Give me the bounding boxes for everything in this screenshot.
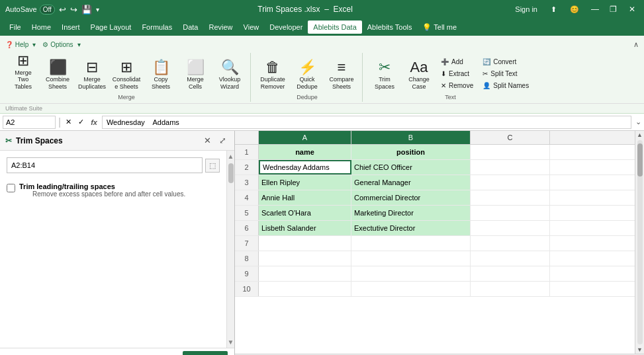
fx-icon[interactable]: fx bbox=[89, 118, 99, 127]
cell-a10[interactable] bbox=[259, 282, 351, 296]
redo-icon[interactable]: ↪ bbox=[70, 5, 77, 15]
cell-a5[interactable]: Scarlett O'Hara bbox=[259, 206, 351, 220]
ribbon-dropdown-help[interactable]: ▾ bbox=[32, 41, 36, 48]
menu-file[interactable]: File bbox=[4, 20, 26, 34]
cell-b5[interactable]: Marketing Director bbox=[351, 206, 471, 220]
vlookup-wizard-btn[interactable]: 🔍 Vlookup Wizard bbox=[213, 54, 246, 93]
ribbon-help[interactable]: ❓ Help bbox=[5, 41, 28, 48]
split-names-btn[interactable]: 👤 Split Names bbox=[479, 80, 533, 91]
cell-b3[interactable]: General Manager bbox=[351, 175, 471, 190]
trim-button[interactable]: Trim bbox=[183, 351, 228, 355]
minimize-btn[interactable]: — bbox=[588, 3, 602, 16]
ribbon-collapse[interactable]: ∧ bbox=[633, 40, 639, 49]
v-scroll-up[interactable]: ▲ bbox=[637, 131, 643, 139]
remove-btn[interactable]: ✕ Remove bbox=[437, 80, 477, 91]
share-icon[interactable]: ⬆ bbox=[547, 4, 561, 15]
trim-leading-trailing-checkbox[interactable] bbox=[7, 184, 15, 192]
cell-a7[interactable] bbox=[259, 236, 351, 251]
range-pick-button[interactable]: ⬚ bbox=[205, 159, 220, 173]
scroll-thumb[interactable] bbox=[228, 163, 234, 183]
cell-c6[interactable] bbox=[471, 221, 550, 235]
cell-a8[interactable] bbox=[259, 251, 351, 266]
merge-cells-label: Merge Cells bbox=[181, 76, 210, 91]
autosave-toggle[interactable]: Off bbox=[40, 5, 55, 15]
menu-review[interactable]: Review bbox=[203, 20, 238, 34]
cell-a9[interactable] bbox=[259, 266, 351, 281]
undo-icon[interactable]: ↩ bbox=[59, 5, 66, 15]
cell-b2[interactable]: Chief CEO Officer bbox=[351, 160, 471, 175]
side-panel-expand-btn[interactable]: ⤢ bbox=[216, 135, 229, 146]
formula-expand-btn[interactable]: ⌄ bbox=[635, 118, 641, 126]
menu-data[interactable]: Data bbox=[177, 20, 203, 34]
cancel-icon[interactable]: ✕ bbox=[64, 117, 73, 127]
cell-b9[interactable] bbox=[351, 266, 471, 281]
menu-view[interactable]: View bbox=[238, 20, 265, 34]
maximize-btn[interactable]: ❐ bbox=[607, 3, 620, 16]
v-scroll-track[interactable] bbox=[637, 140, 643, 344]
menu-developer[interactable]: Developer bbox=[264, 20, 308, 34]
scroll-down-arrow[interactable]: ▼ bbox=[226, 336, 234, 348]
cell-a1[interactable]: name bbox=[259, 145, 351, 159]
cell-c5[interactable] bbox=[471, 206, 550, 220]
merge-duplicates-btn[interactable]: ⊟ Merge Duplicates bbox=[75, 54, 109, 93]
cell-a4[interactable]: Annie Hall bbox=[259, 190, 351, 205]
save-icon[interactable]: 💾 bbox=[81, 5, 92, 15]
cell-a3[interactable]: Ellen Ripley bbox=[259, 175, 351, 190]
cell-c7[interactable] bbox=[471, 236, 550, 251]
menu-tell-me[interactable]: 💡 Tell me bbox=[417, 20, 462, 34]
cell-c2[interactable] bbox=[471, 160, 550, 175]
cell-c8[interactable] bbox=[471, 251, 550, 266]
cell-c3[interactable] bbox=[471, 175, 550, 190]
menu-insert[interactable]: Insert bbox=[56, 20, 85, 34]
vertical-scrollbar: ▲ ▼ bbox=[635, 131, 644, 354]
cell-a2[interactable]: Wednesday Addams bbox=[259, 160, 351, 175]
trim-spaces-btn[interactable]: ✂ Trim Spaces bbox=[368, 54, 401, 93]
consolidate-sheets-btn[interactable]: ⊞ Consolidate Sheets bbox=[110, 54, 143, 93]
extract-btn[interactable]: ⬇ Extract bbox=[437, 68, 477, 79]
cell-b8[interactable] bbox=[351, 251, 471, 266]
cell-b4[interactable]: Commercial Director bbox=[351, 190, 471, 205]
menu-page-layout[interactable]: Page Layout bbox=[85, 20, 137, 34]
duplicate-remover-btn[interactable]: 🗑 Duplicate Remover bbox=[256, 54, 289, 93]
close-btn[interactable]: ✕ bbox=[625, 3, 639, 16]
cell-b10[interactable] bbox=[351, 282, 471, 296]
add-btn[interactable]: ➕ Add bbox=[437, 56, 477, 67]
compare-sheets-btn[interactable]: ≡ Compare Sheets bbox=[325, 54, 358, 93]
quick-access-more[interactable]: ▾ bbox=[96, 6, 99, 13]
copy-sheets-btn[interactable]: 📋 Copy Sheets bbox=[144, 54, 177, 93]
range-input[interactable] bbox=[7, 157, 203, 173]
menu-home[interactable]: Home bbox=[26, 20, 56, 34]
merge-two-tables-btn[interactable]: ⊞ Merge Two Tables bbox=[7, 54, 40, 93]
change-case-btn[interactable]: Aa Change Case bbox=[402, 54, 436, 93]
cell-c9[interactable] bbox=[471, 266, 550, 281]
combine-sheets-btn[interactable]: ⬛ Combine Sheets bbox=[41, 54, 74, 93]
cell-b1[interactable]: position bbox=[351, 145, 471, 159]
col-header-a[interactable]: A bbox=[259, 131, 351, 144]
cell-c1[interactable] bbox=[471, 145, 550, 159]
col-header-c[interactable]: C bbox=[471, 131, 550, 144]
ribbon-dropdown-options[interactable]: ▾ bbox=[77, 41, 81, 48]
menu-ablebits-data[interactable]: Ablebits Data bbox=[308, 20, 361, 34]
cell-a6[interactable]: Lisbeth Salander bbox=[259, 221, 351, 235]
formula-input[interactable] bbox=[102, 116, 631, 129]
cell-b7[interactable] bbox=[351, 236, 471, 251]
side-panel-close-btn[interactable]: ✕ bbox=[201, 135, 214, 146]
ribbon-options[interactable]: ⚙ Options bbox=[42, 41, 73, 48]
cell-reference-box[interactable] bbox=[3, 116, 56, 129]
split-text-btn[interactable]: ✂ Split Text bbox=[479, 68, 533, 79]
smiley-icon[interactable]: 😊 bbox=[566, 4, 583, 15]
quick-dedupe-btn[interactable]: ⚡ Quick Dedupe bbox=[291, 54, 324, 93]
menu-ablebits-tools[interactable]: Ablebits Tools bbox=[362, 20, 418, 34]
v-scroll-thumb[interactable] bbox=[637, 143, 643, 177]
convert-btn[interactable]: 🔄 Convert bbox=[479, 56, 533, 67]
merge-cells-btn[interactable]: ⬜ Merge Cells bbox=[179, 54, 212, 93]
scroll-up-arrow[interactable]: ▲ bbox=[226, 151, 234, 162]
cell-c10[interactable] bbox=[471, 282, 550, 296]
cell-b6[interactable]: Exectutive Director bbox=[351, 221, 471, 235]
confirm-icon[interactable]: ✓ bbox=[76, 117, 86, 127]
v-scroll-down[interactable]: ▼ bbox=[637, 346, 643, 354]
sign-in[interactable]: Sign in bbox=[511, 4, 541, 15]
menu-formulas[interactable]: Formulas bbox=[136, 20, 177, 34]
col-header-b[interactable]: B bbox=[351, 131, 471, 144]
cell-c4[interactable] bbox=[471, 190, 550, 205]
